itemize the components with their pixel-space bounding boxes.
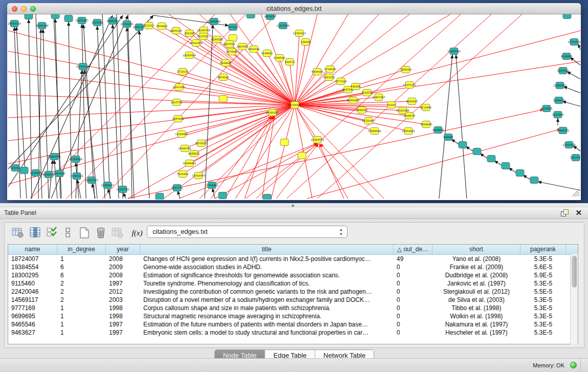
float-panel-icon[interactable] [561,209,569,217]
graph-node[interactable] [516,170,524,177]
graph-node[interactable] [20,167,28,174]
graph-edge[interactable] [456,55,467,199]
graph-node[interactable]: 2649578 [404,113,415,119]
graph-edge[interactable] [179,143,317,199]
graph-node[interactable] [247,14,255,18]
graph-node[interactable]: 746266 [351,83,360,90]
graph-edge[interactable] [183,105,295,174]
graph-node[interactable]: 3624554 [361,90,373,96]
graph-edge[interactable] [295,105,408,131]
table-settings-button[interactable] [11,226,25,240]
graph-node[interactable]: 9457771 [171,185,183,191]
graph-node[interactable]: 9242848 [220,60,231,67]
table-row[interactable]: 946554611997Estimation of the future num… [8,320,578,329]
graph-node[interactable]: 7486322 [356,107,367,114]
graph-node[interactable]: 8454749 [248,46,259,53]
column-header-pagerank[interactable]: pagerank [520,245,566,254]
graph-node[interactable]: 17975125 [403,82,416,89]
panel-splitter[interactable]: ✺ [0,203,588,207]
graph-node[interactable]: 915061 [10,165,20,171]
graph-node[interactable]: 12093872 [553,82,566,89]
table-row[interactable]: 977716911998Corpus callosum shape and si… [8,304,578,312]
graph-node[interactable]: 1810755 [171,99,182,106]
graph-node[interactable]: 13505115 [70,173,83,180]
graph-node[interactable] [473,148,481,155]
graph-node[interactable] [298,152,306,159]
graph-node[interactable]: 15716485 [205,182,218,189]
graph-node[interactable] [563,14,571,19]
graph-edge[interactable] [563,86,580,93]
graph-edge[interactable] [262,116,274,199]
graph-node[interactable]: 1921022 [323,74,335,81]
graph-edge[interactable] [573,146,580,151]
graph-edge[interactable] [276,144,318,199]
graph-node[interactable]: 6734028 [324,66,336,73]
graph-node[interactable]: 7663822 [156,23,167,30]
function-builder-button[interactable]: f(x) [128,226,146,240]
graph-edge[interactable] [8,15,123,187]
graph-node[interactable]: 7485063 [400,67,411,73]
graph-node[interactable]: 10648784 [447,48,460,55]
graph-node[interactable]: 9129966 [561,53,572,60]
graph-node[interactable] [64,15,73,22]
column-header-short[interactable]: short [432,245,520,254]
graph-node[interactable] [219,192,227,199]
graph-node[interactable]: 5875685 [226,49,237,55]
graph-node[interactable]: 1294275 [43,171,54,178]
graph-node[interactable]: 24055724 [8,20,20,27]
table-row[interactable]: 969969511998Structural magnetic resonanc… [8,312,578,320]
column-header-title[interactable]: title [140,245,394,254]
graph-node[interactable]: 20691406 [35,23,48,29]
delete-table-button[interactable] [94,226,108,240]
graph-node[interactable]: 8960128 [170,28,182,34]
citation-network-graph[interactable]: 2405572420691406106532871527602646616010… [8,14,580,200]
graph-node[interactable]: 20206576 [48,154,60,160]
graph-node[interactable]: 1588520 [274,55,285,61]
graph-node[interactable]: 893845 [443,134,453,141]
graph-node[interactable]: 8215953 [541,105,552,112]
graph-node[interactable]: 12213391 [172,84,185,91]
graph-node[interactable]: 9777169 [335,78,346,85]
table-vertical-scrollbar[interactable] [570,254,578,344]
graph-node[interactable]: 17016504 [562,142,575,148]
graph-edge[interactable] [295,105,312,199]
graph-node[interactable]: 8127505 [198,33,209,40]
graph-node[interactable]: 891293 [184,30,194,37]
select-rows-button[interactable] [45,226,59,240]
graph-edge[interactable] [31,15,113,199]
graph-node[interactable]: 2867608 [237,43,248,50]
memory-ok-led-icon[interactable] [570,362,577,368]
scrollbar-thumb[interactable] [572,256,577,288]
graph-node[interactable] [51,14,59,19]
graph-node[interactable] [219,96,227,102]
graph-node[interactable] [25,14,33,19]
graph-edge[interactable] [295,105,348,199]
graph-node[interactable]: 2803144 [217,74,229,81]
graph-node[interactable]: 1640954 [432,127,444,134]
network-window-titlebar[interactable]: citations_edges.txt [7,3,581,14]
graph-node[interactable]: 8813054 [265,14,276,20]
graph-node[interactable]: 15992971 [556,127,569,134]
graph-edge[interactable] [178,191,180,199]
graph-node[interactable]: 9227343 [557,68,569,74]
graph-node[interactable]: 15751074 [568,39,580,46]
graph-edge[interactable] [205,25,213,199]
new-table-button[interactable] [77,226,92,240]
table-row[interactable]: 911546021997Tourette syndrome. Phenomeno… [8,279,578,288]
graph-node[interactable]: 62160 [387,102,396,108]
graph-edge[interactable] [203,36,295,105]
column-header-year[interactable]: year [106,245,140,254]
graph-node[interactable]: 7625402 [177,171,188,178]
graph-edge[interactable] [307,129,561,199]
graph-node[interactable]: 9990448 [312,69,323,75]
graph-node[interactable]: 10807487 [372,94,385,101]
graph-node[interactable]: 10688609 [368,128,381,135]
graph-node[interactable]: 9115460 [420,104,431,111]
table-row[interactable]: 946362711997Embryonic stem cells: a mode… [8,329,578,337]
row-height-button[interactable] [61,226,75,240]
graph-edge[interactable] [8,31,295,105]
table-row[interactable]: 1938455462009Genome-wide association stu… [8,263,578,271]
toggle-column-button[interactable] [28,226,42,240]
graph-node[interactable]: 20364436 [346,97,359,104]
table-row[interactable]: 1830029562008Estimation of significance … [8,271,578,279]
